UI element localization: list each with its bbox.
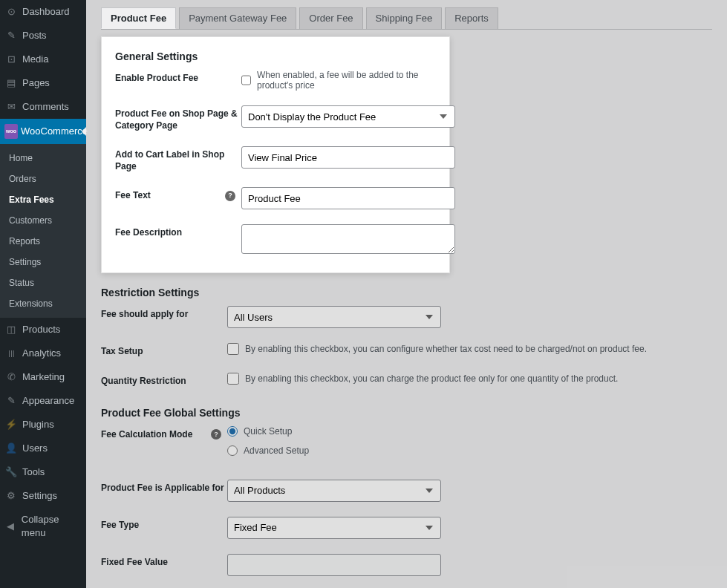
submenu-home[interactable]: Home bbox=[0, 148, 86, 169]
menu-label: Products bbox=[22, 323, 60, 336]
submenu-customers[interactable]: Customers bbox=[0, 210, 86, 231]
menu-label: Comments bbox=[22, 100, 69, 114]
dashboard-icon: ⊙ bbox=[4, 5, 18, 19]
general-settings-heading: General Settings bbox=[115, 46, 436, 70]
menu-label: Appearance bbox=[22, 394, 74, 408]
fee-text-label: Fee Text bbox=[115, 190, 151, 202]
display-shop-select[interactable]: Don't Display the Product Fee bbox=[241, 105, 455, 128]
display-shop-label: Product Fee on Shop Page & Category Page bbox=[115, 105, 241, 131]
submenu-extra-fees[interactable]: Extra Fees bbox=[0, 189, 86, 210]
brush-icon: ✎ bbox=[4, 394, 18, 408]
menu-comments[interactable]: ✉ Comments bbox=[0, 95, 86, 119]
menu-tools[interactable]: 🔧 Tools bbox=[0, 460, 86, 484]
menu-label: Marketing bbox=[22, 370, 65, 384]
plug-icon: ⚡ bbox=[4, 418, 18, 431]
media-icon: ⊡ bbox=[4, 53, 18, 66]
menu-label: Analytics bbox=[22, 347, 61, 360]
submenu-reports[interactable]: Reports bbox=[0, 231, 86, 252]
submenu-orders[interactable]: Orders bbox=[0, 169, 86, 189]
woo-icon: woo bbox=[4, 124, 18, 139]
enable-product-fee-checkbox[interactable] bbox=[241, 74, 251, 86]
menu-label: Collapse menu bbox=[22, 513, 82, 540]
menu-label: Plugins bbox=[22, 418, 54, 431]
menu-label: Dashboard bbox=[22, 5, 70, 19]
menu-settings[interactable]: ⚙ Settings bbox=[0, 484, 86, 508]
fee-desc-label: Fee Description bbox=[115, 224, 241, 239]
menu-users[interactable]: 👤 Users bbox=[0, 437, 86, 460]
admin-sidebar: ⊙ Dashboard ✎ Posts ⊡ Media ▤ Pages ✉ Co… bbox=[0, 0, 86, 588]
menu-label: Posts bbox=[22, 29, 47, 42]
submenu-extensions[interactable]: Extensions bbox=[0, 293, 86, 314]
fee-desc-textarea[interactable] bbox=[241, 224, 455, 254]
menu-products[interactable]: ◫ Products bbox=[0, 318, 86, 342]
menu-media[interactable]: ⊡ Media bbox=[0, 48, 86, 71]
products-icon: ◫ bbox=[4, 323, 18, 336]
tab-product-fee[interactable]: Product Fee bbox=[101, 7, 176, 29]
help-icon[interactable]: ? bbox=[225, 191, 235, 201]
woocommerce-submenu: Home Orders Extra Fees Customers Reports… bbox=[0, 144, 86, 318]
menu-label: Settings bbox=[22, 489, 57, 503]
pages-icon: ▤ bbox=[4, 76, 18, 90]
analytics-icon: ⫼ bbox=[4, 347, 18, 360]
menu-plugins[interactable]: ⚡ Plugins bbox=[0, 413, 86, 437]
menu-label: Pages bbox=[22, 76, 50, 90]
comment-icon: ✉ bbox=[4, 100, 18, 114]
menu-label: Tools bbox=[22, 466, 45, 479]
general-settings-panel: General Settings Enable Product Fee When… bbox=[101, 36, 450, 273]
menu-woocommerce[interactable]: woo WooCommerce bbox=[0, 119, 86, 144]
pin-icon: ✎ bbox=[4, 29, 18, 42]
enable-product-fee-desc: When enabled, a fee will be added to the… bbox=[257, 70, 436, 91]
menu-collapse[interactable]: ◀ Collapse menu bbox=[0, 508, 86, 545]
cart-label-input[interactable] bbox=[241, 146, 455, 169]
submenu-settings[interactable]: Settings bbox=[0, 252, 86, 272]
menu-label: Users bbox=[22, 442, 48, 455]
user-icon: 👤 bbox=[4, 442, 18, 455]
fee-text-input[interactable] bbox=[241, 187, 455, 209]
menu-analytics[interactable]: ⫼ Analytics bbox=[0, 342, 86, 365]
menu-posts[interactable]: ✎ Posts bbox=[0, 24, 86, 48]
megaphone-icon: ✆ bbox=[4, 370, 18, 384]
cart-label-label: Add to Cart Label in Shop Page bbox=[115, 146, 241, 172]
menu-appearance[interactable]: ✎ Appearance bbox=[0, 389, 86, 413]
menu-marketing[interactable]: ✆ Marketing bbox=[0, 365, 86, 389]
menu-dashboard[interactable]: ⊙ Dashboard bbox=[0, 0, 86, 24]
submenu-status[interactable]: Status bbox=[0, 272, 86, 293]
menu-label: Media bbox=[22, 53, 48, 66]
main-content: Product Fee Payment Gateway Fee Order Fe… bbox=[86, 0, 727, 588]
menu-pages[interactable]: ▤ Pages bbox=[0, 71, 86, 95]
gear-icon: ⚙ bbox=[4, 489, 18, 503]
menu-label: WooCommerce bbox=[21, 125, 88, 138]
collapse-icon: ◀ bbox=[4, 520, 17, 533]
enable-product-fee-label: Enable Product Fee bbox=[115, 70, 241, 85]
wrench-icon: 🔧 bbox=[4, 466, 18, 479]
